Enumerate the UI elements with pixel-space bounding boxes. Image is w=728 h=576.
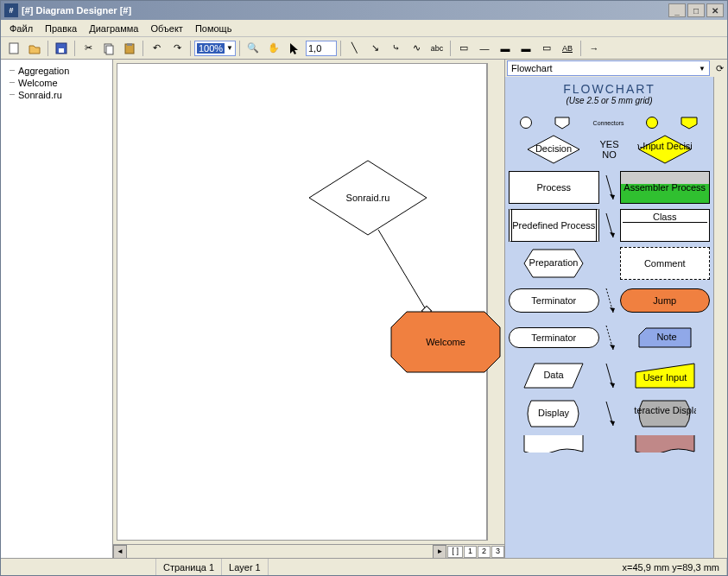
status-page: Страница 1 [156,559,222,575]
shape-predefined[interactable]: Predefined Process [509,209,599,242]
status-layer: Layer 1 [222,559,269,575]
line-width-input[interactable]: 1,0 [306,41,337,56]
maximize-button[interactable]: □ [687,3,705,17]
connector-row: Connectors [509,112,710,133]
line-style-icon[interactable]: — [475,39,494,58]
open-icon[interactable] [25,39,44,58]
curve-tool-icon[interactable]: ∿ [407,39,426,58]
textbox-icon[interactable]: AB [558,39,577,58]
shape-interactive-display[interactable]: Interactive Display [620,397,711,430]
select-tool-icon[interactable] [285,39,304,58]
text-tool-icon[interactable]: abc [427,39,446,58]
palette-panel: Flowchart ⟳ FLOWCHART (Use 2.5 or 5 mm g… [504,60,727,558]
palette-scrollbar[interactable] [713,77,727,558]
window-title: [#] Diagram Designer [#] [22,5,131,16]
dashed-arrow-icon [601,322,618,353]
close-button[interactable]: ✕ [706,3,724,17]
zoom-tool-icon[interactable]: 🔍 [244,39,263,58]
scrollbar-horizontal[interactable]: ◄ ► [ ] 1 2 3 [113,544,504,558]
shape-note[interactable]: Note [620,321,711,354]
shape-assembler[interactable]: Assembler Process [620,171,711,204]
shape-octagon-welcome[interactable]: Welcome [389,310,502,374]
toolbar: ✂ ↶ ↷ 100%▼ 🔍 ✋ 1,0 ╲ ↘ ⤷ ∿ abc ▭ — ▬ ▬ … [1,37,727,60]
connector-yellow-offpage-icon[interactable] [680,116,699,130]
shape3-icon[interactable]: ▭ [537,39,556,58]
minimize-button[interactable]: _ [668,3,686,17]
connector-yellow-circle-icon[interactable] [646,117,658,129]
yesno-labels: YESNO [601,139,618,160]
svg-rect-2 [59,48,64,53]
svg-rect-6 [127,43,132,46]
main-area: Aggregation Welcome Sonraid.ru Sonraid.r… [1,60,727,558]
status-coords: x=45,9 mm y=89,3 mm [616,559,728,575]
shape-userinput[interactable]: User Input [620,359,711,392]
shape-process[interactable]: Process [509,171,599,204]
menu-diagram[interactable]: Диаграмма [84,22,143,35]
palette-dropdown[interactable]: Flowchart [507,60,710,76]
svg-text:Data: Data [544,370,565,380]
svg-text:User Input: User Input [643,372,687,383]
shape-document[interactable] [509,435,599,453]
menu-help[interactable]: Помощь [190,22,237,35]
shape-comment[interactable]: Comment [620,247,711,280]
shape-data[interactable]: Data [509,359,599,392]
tree-sidebar: Aggregation Welcome Sonraid.ru [1,60,113,558]
shape-oninput-decision[interactable]: On-Input Decision [620,133,711,166]
arrow-tool-icon[interactable]: ↘ [365,39,384,58]
menu-edit[interactable]: Правка [40,22,82,35]
titlebar[interactable]: # [#] Diagram Designer [#] _ □ ✕ [1,1,727,20]
tab-3[interactable]: 3 [491,546,504,558]
scroll-left-icon[interactable]: ◄ [113,545,127,559]
tab-2[interactable]: 2 [478,546,491,558]
copy-icon[interactable] [99,39,118,58]
shape-print-report[interactable] [620,435,711,453]
rect-tool-icon[interactable]: ▭ [454,39,473,58]
scroll-right-icon[interactable]: ► [433,545,446,559]
connector-line[interactable] [377,228,446,323]
shape-class[interactable]: Class [620,209,711,242]
zoom-input[interactable]: 100%▼ [194,41,236,56]
shape-terminator2[interactable]: Terminator [509,327,599,348]
canvas[interactable]: Sonraid.ru Welcome [117,63,487,541]
svg-marker-14 [681,117,697,129]
cut-icon[interactable]: ✂ [79,39,98,58]
menu-object[interactable]: Объект [145,22,187,35]
shape-diamond-sonraid[interactable]: Sonraid.ru [307,159,428,237]
paste-icon[interactable] [120,39,139,58]
shape1-icon[interactable]: ▬ [496,39,515,58]
svg-text:Preparation: Preparation [529,257,579,268]
redo-icon[interactable]: ↷ [168,39,187,58]
svg-text:Interactive Display: Interactive Display [634,405,696,415]
menubar: Файл Правка Диаграмма Объект Помощь [1,20,727,37]
tree-item-welcome[interactable]: Welcome [6,77,107,89]
shape-display[interactable]: Display [509,397,599,430]
shape-terminator[interactable]: Terminator [509,288,599,313]
connector-offpage-icon[interactable] [554,116,571,130]
shape-preparation[interactable]: Preparation [509,247,599,280]
svg-marker-28 [610,345,615,350]
svg-text:On-Input Decision: On-Input Decision [637,141,693,151]
shape-jump[interactable]: Jump [620,288,711,313]
palette-refresh-icon[interactable]: ⟳ [712,60,727,76]
tab-blank[interactable]: [ ] [447,546,463,558]
tab-1[interactable]: 1 [464,546,477,558]
tree-item-sonraid[interactable]: Sonraid.ru [6,89,107,101]
menu-file[interactable]: Файл [4,22,38,35]
arrow-icon [601,172,618,203]
scrollbar-vertical[interactable] [487,63,501,541]
palette: FLOWCHART (Use 2.5 or 5 mm grid) Connect… [505,77,713,558]
pan-tool-icon[interactable]: ✋ [264,39,283,58]
save-icon[interactable] [52,39,71,58]
arrow-icon [601,210,618,241]
connector-circle-icon[interactable] [520,117,532,129]
arrow-right-icon[interactable]: → [585,39,604,58]
svg-marker-26 [610,307,615,313]
tree-item-aggregation[interactable]: Aggregation [6,65,107,77]
palette-title: FLOWCHART [509,82,710,96]
undo-icon[interactable]: ↶ [147,39,166,58]
new-icon[interactable] [4,39,23,58]
shape2-icon[interactable]: ▬ [516,39,535,58]
line-tool-icon[interactable]: ╲ [345,39,364,58]
connector-tool-icon[interactable]: ⤷ [386,39,405,58]
shape-decision[interactable]: Decision [509,133,599,166]
